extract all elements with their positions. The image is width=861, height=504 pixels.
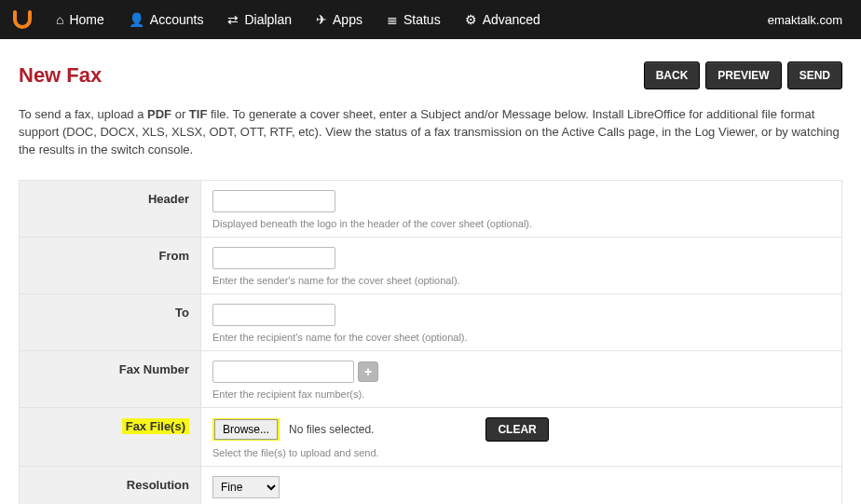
nav-label: Accounts (150, 12, 204, 27)
intro-tif: TIF (189, 107, 208, 121)
nav-label: Status (403, 12, 441, 27)
nav-apps[interactable]: ✈ Apps (305, 3, 374, 36)
file-status: No files selected. (289, 423, 374, 436)
row-header: Header Displayed beneath the logo in the… (20, 180, 842, 237)
nav-label: Home (69, 12, 103, 27)
brand-logo[interactable] (11, 8, 34, 31)
intro-text: To send a fax, upload a PDF or TIF file.… (19, 106, 842, 159)
bars-icon: ≣ (387, 12, 398, 27)
nav-accounts[interactable]: 👤 Accounts (117, 3, 215, 36)
row-to: To Enter the recipient's name for the co… (20, 293, 842, 350)
nav-home[interactable]: ⌂ Home (45, 3, 116, 36)
fax-files-hint: Select the file(s) to upload and send. (212, 447, 830, 458)
browse-highlight: Browse... (212, 418, 280, 441)
send-button[interactable]: SEND (787, 61, 842, 89)
fax-form: Header Displayed beneath the logo in the… (19, 180, 842, 504)
intro-seg: or (171, 107, 189, 121)
browse-button[interactable]: Browse... (214, 419, 278, 440)
row-from: From Enter the sender's name for the cov… (20, 237, 842, 293)
label-from: From (20, 237, 201, 293)
user-icon: 👤 (129, 12, 144, 27)
resolution-select[interactable]: Fine (212, 476, 280, 498)
top-navbar: ⌂ Home 👤 Accounts ⇄ Dialplan ✈ Apps ≣ St… (0, 0, 861, 39)
nav-label: Advanced (483, 12, 540, 27)
clear-button[interactable]: CLEAR (485, 417, 548, 442)
swap-icon: ⇄ (227, 12, 239, 27)
row-fax-number: Fax Number + Enter the recipient fax num… (20, 350, 842, 407)
brand-text[interactable]: emaktalk.com (768, 13, 850, 27)
back-button[interactable]: BACK (644, 61, 701, 89)
page-title: New Fax (19, 63, 102, 88)
label-header: Header (20, 180, 201, 237)
label-resolution: Resolution (20, 466, 201, 504)
add-number-button[interactable]: + (358, 361, 378, 382)
to-hint: Enter the recipient's name for the cover… (212, 332, 830, 343)
fax-number-hint: Enter the recipient fax number(s). (212, 388, 830, 400)
from-hint: Enter the sender's name for the cover sh… (212, 275, 830, 286)
row-fax-files: Fax File(s) Browse... No files selected.… (20, 407, 842, 466)
action-buttons: BACK PREVIEW SEND (644, 61, 842, 89)
plus-icon: + (364, 364, 372, 379)
nav-label: Dialplan (244, 12, 292, 27)
row-resolution: Resolution Fine Select the transmission … (20, 466, 842, 504)
header-hint: Displayed beneath the logo in the header… (212, 218, 830, 229)
page-header: New Fax BACK PREVIEW SEND (19, 61, 842, 89)
nav-label: Apps (333, 12, 362, 27)
send-icon: ✈ (316, 12, 327, 27)
preview-button[interactable]: PREVIEW (705, 61, 781, 89)
nav-status[interactable]: ≣ Status (376, 3, 452, 36)
label-to: To (20, 293, 201, 350)
label-fax-files: Fax File(s) (20, 407, 201, 466)
gear-icon: ⚙ (465, 12, 477, 27)
nav-advanced[interactable]: ⚙ Advanced (454, 3, 552, 36)
to-input[interactable] (212, 304, 335, 326)
intro-seg: To send a fax, upload a (19, 107, 147, 121)
label-fax-number: Fax Number (20, 350, 201, 407)
from-input[interactable] (212, 247, 335, 269)
nav-items: ⌂ Home 👤 Accounts ⇄ Dialplan ✈ Apps ≣ St… (45, 3, 552, 36)
fax-number-input[interactable] (212, 361, 354, 383)
home-icon: ⌂ (56, 12, 63, 27)
page-body: New Fax BACK PREVIEW SEND To send a fax,… (0, 39, 861, 504)
fax-files-label-highlight: Fax File(s) (122, 418, 189, 434)
header-input[interactable] (212, 190, 335, 212)
intro-pdf: PDF (147, 107, 171, 121)
nav-dialplan[interactable]: ⇄ Dialplan (216, 3, 303, 36)
